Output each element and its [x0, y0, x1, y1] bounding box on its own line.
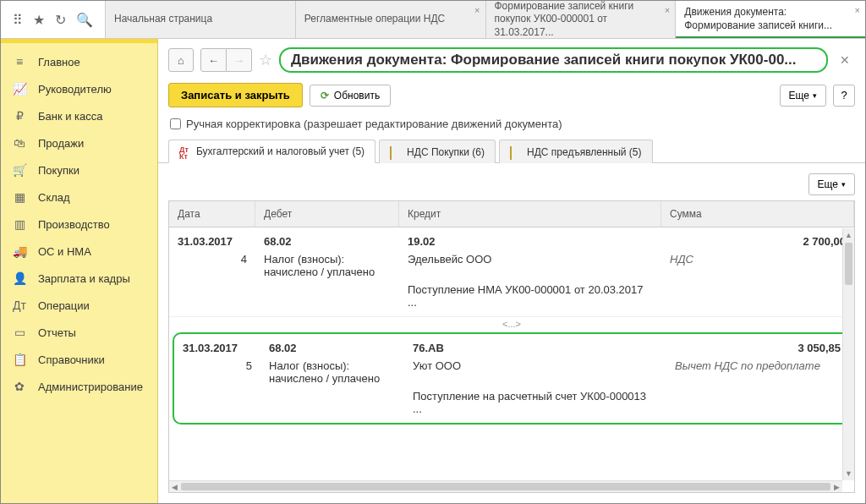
sidebar-item-8[interactable]: 👤Зарплата и кадры [1, 265, 157, 292]
col-header-debit[interactable]: Дебет [255, 201, 399, 227]
grid-more-button[interactable]: Еще▾ [808, 173, 855, 195]
page-title: Движения документа: Формирование записей… [279, 47, 828, 73]
refresh-icon: ⟳ [321, 90, 329, 101]
top-tab-3[interactable]: Движения документа:Формирование записей … [675, 1, 865, 38]
star-icon[interactable]: ★ [33, 12, 45, 28]
top-tab-2[interactable]: Формирование записей книгипокупок УК00-0… [485, 1, 676, 38]
tab-close-icon[interactable]: × [665, 4, 670, 16]
table-row[interactable]: 31.03.201768.0219.022 700,004Налог (взно… [169, 227, 854, 317]
sidebar-item-5[interactable]: ▦Склад [1, 184, 157, 211]
row-ellipsis: <...> [169, 317, 854, 331]
save-close-button[interactable]: Записать и закрыть [168, 83, 303, 107]
sidebar-label: Справочники [38, 353, 105, 366]
sidebar-item-2[interactable]: ₽Банк и касса [1, 102, 157, 129]
sidebar-icon: ₽ [11, 109, 28, 123]
sidebar-label: Главное [38, 56, 80, 68]
sidebar-item-11[interactable]: 📋Справочники [1, 346, 157, 373]
sidebar-icon: 🚚 [11, 244, 28, 258]
vertical-scrollbar[interactable]: ▲▼ [842, 228, 854, 480]
sidebar-icon: ✿ [11, 380, 28, 393]
top-tab-0[interactable]: Начальная страница [105, 1, 295, 38]
inner-tab-2[interactable]: НДС предъявленный (5) [499, 140, 652, 163]
horizontal-scrollbar[interactable]: ◀▶ [169, 480, 842, 492]
sidebar-label: Банк и касса [38, 110, 103, 123]
sidebar-label: Продажи [38, 137, 84, 150]
forward-button[interactable]: → [227, 48, 252, 72]
sidebar-item-0[interactable]: ≡Главное [1, 48, 157, 75]
sidebar-item-10[interactable]: ▭Отчеты [1, 319, 157, 346]
sidebar-label: Покупки [38, 164, 79, 177]
apps-icon[interactable]: ⠿ [13, 12, 23, 28]
top-tab-1[interactable]: Регламентные операции НДС× [295, 1, 485, 38]
back-button[interactable]: ← [200, 48, 227, 72]
col-header-credit[interactable]: Кредит [399, 201, 661, 227]
search-icon[interactable]: 🔍 [76, 12, 93, 28]
dtkt-icon: ДтКт [179, 146, 191, 156]
more-button[interactable]: Еще▾ [780, 85, 826, 107]
sidebar-label: Администрирование [38, 381, 143, 393]
chevron-down-icon: ▾ [813, 91, 817, 100]
sidebar-label: Склад [38, 191, 70, 204]
doc-icon [390, 147, 402, 157]
sidebar-item-6[interactable]: ▥Производство [1, 211, 157, 238]
col-header-date[interactable]: Дата [169, 201, 255, 227]
sidebar-label: ОС и НМА [38, 245, 91, 258]
sidebar-item-9[interactable]: ДтОперации [1, 292, 157, 319]
sidebar-item-3[interactable]: 🛍Продажи [1, 129, 157, 156]
sidebar-label: Операции [38, 299, 90, 312]
manual-correction-checkbox[interactable] [170, 118, 181, 129]
sidebar-icon: 🛍 [11, 136, 28, 150]
help-button[interactable]: ? [833, 85, 855, 107]
inner-tab-1[interactable]: НДС Покупки (6) [379, 140, 496, 163]
sidebar-icon: ▥ [11, 217, 28, 231]
sidebar-item-1[interactable]: 📈Руководителю [1, 75, 157, 102]
sidebar-icon: ▦ [11, 190, 28, 204]
sidebar-label: Руководителю [38, 83, 112, 96]
history-icon[interactable]: ↻ [55, 12, 66, 28]
doc-icon [510, 147, 522, 157]
sidebar-item-4[interactable]: 🛒Покупки [1, 156, 157, 184]
sidebar-icon: Дт [11, 299, 28, 312]
close-icon[interactable]: ✕ [835, 53, 855, 67]
refresh-button[interactable]: ⟳Обновить [310, 85, 391, 107]
sidebar-item-12[interactable]: ✿Администрирование [1, 373, 157, 400]
sidebar-icon: 📋 [11, 353, 28, 366]
inner-tab-0[interactable]: ДтКтБухгалтерский и налоговый учет (5) [168, 140, 375, 163]
manual-correction-label: Ручная корректировка (разрешает редактир… [186, 118, 562, 130]
sidebar-icon: 🛒 [11, 163, 28, 177]
table-row[interactable]: 31.03.201768.0276.АВ3 050,855Налог (взно… [173, 332, 851, 425]
sidebar-icon: 📈 [11, 82, 28, 96]
favorite-icon[interactable]: ☆ [259, 51, 272, 69]
col-header-sum[interactable]: Сумма [661, 201, 854, 227]
sidebar-label: Зарплата и кадры [38, 272, 130, 285]
sidebar-icon: 👤 [11, 271, 28, 285]
chevron-down-icon: ▾ [841, 180, 846, 189]
sidebar-icon: ▭ [11, 326, 28, 339]
home-button[interactable]: ⌂ [168, 48, 194, 72]
tab-close-icon[interactable]: × [855, 4, 860, 16]
sidebar-item-7[interactable]: 🚚ОС и НМА [1, 238, 157, 265]
sidebar-label: Отчеты [38, 326, 76, 339]
sidebar-label: Производство [38, 218, 110, 231]
tab-close-icon[interactable]: × [474, 4, 480, 16]
sidebar-icon: ≡ [11, 55, 28, 68]
